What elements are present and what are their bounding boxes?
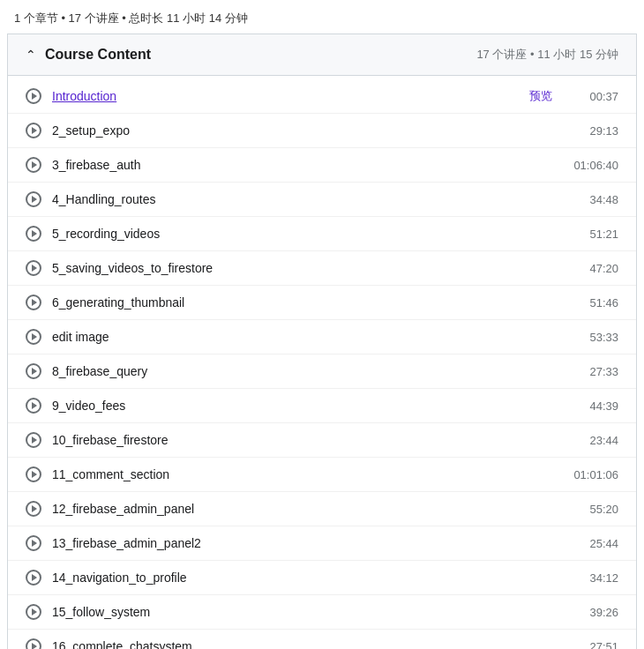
lesson-item: 11_comment_section01:01:06	[8, 458, 636, 492]
play-icon	[26, 535, 41, 551]
lesson-list: Introduction预览00:372_setup_expo29:133_fi…	[8, 76, 636, 649]
play-icon	[26, 604, 41, 620]
card-meta: 17 个讲座 • 11 小时 15 分钟	[476, 47, 618, 63]
lesson-name: 16_complete_chatsystem	[52, 639, 570, 649]
lesson-name: 14_navigation_to_profile	[52, 571, 570, 585]
lesson-duration: 53:33	[570, 331, 618, 344]
lesson-name: 10_firebase_firestore	[52, 433, 570, 447]
lesson-item: 9_video_fees44:39	[8, 389, 636, 423]
card-title: Course Content	[45, 47, 151, 63]
lesson-item: edit image53:33	[8, 320, 636, 354]
play-icon	[26, 501, 41, 517]
lesson-duration: 29:13	[570, 124, 618, 138]
lesson-name: 6_generating_thumbnail	[52, 295, 570, 310]
lesson-duration: 25:44	[570, 537, 618, 550]
lesson-name: 9_video_fees	[52, 399, 570, 413]
lesson-duration: 34:48	[570, 193, 618, 206]
lesson-name: edit image	[52, 330, 570, 344]
lesson-duration: 34:12	[570, 571, 618, 585]
lesson-name: 2_setup_expo	[52, 123, 570, 138]
lesson-item: 10_firebase_firestore23:44	[8, 423, 636, 458]
play-icon	[26, 432, 41, 448]
play-icon	[26, 191, 41, 207]
play-icon	[26, 363, 41, 379]
lesson-duration: 55:20	[570, 503, 618, 516]
lesson-item: 6_generating_thumbnail51:46	[8, 286, 636, 320]
course-content-card: ⌃ Course Content 17 个讲座 • 11 小时 15 分钟 In…	[7, 34, 637, 649]
lesson-item: 5_recording_videos51:21	[8, 217, 636, 251]
lesson-duration: 44:39	[570, 399, 618, 413]
lesson-item: 8_firebase_query27:33	[8, 354, 636, 389]
lesson-item: Introduction预览00:37	[8, 79, 636, 114]
lesson-item: 5_saving_videos_to_firestore47:20	[8, 251, 636, 286]
lesson-item: 13_firebase_admin_panel225:44	[8, 526, 636, 561]
play-icon	[26, 226, 41, 242]
lesson-item: 12_firebase_admin_panel55:20	[8, 492, 636, 526]
play-icon	[26, 157, 41, 173]
play-icon	[26, 570, 41, 586]
lesson-name: 12_firebase_admin_panel	[52, 502, 570, 516]
lesson-name: 8_firebase_query	[52, 364, 570, 378]
lesson-name: 11_comment_section	[52, 467, 570, 481]
play-icon	[26, 466, 41, 482]
lesson-duration: 47:20	[570, 262, 618, 275]
lesson-duration: 51:21	[570, 228, 618, 241]
lesson-name: 13_firebase_admin_panel2	[52, 536, 570, 550]
play-icon	[26, 88, 41, 104]
lesson-duration: 01:01:06	[570, 468, 618, 481]
lesson-duration: 27:33	[570, 365, 618, 378]
lesson-duration: 23:44	[570, 434, 618, 447]
lesson-duration: 51:46	[570, 296, 618, 310]
play-icon	[26, 295, 41, 310]
lesson-duration: 01:06:40	[570, 159, 618, 172]
lesson-duration: 39:26	[570, 606, 618, 619]
lesson-name: 3_firebase_auth	[52, 158, 570, 172]
preview-link[interactable]: 预览	[529, 88, 552, 104]
lesson-name: 5_recording_videos	[52, 227, 570, 241]
lesson-name: 5_saving_videos_to_firestore	[52, 261, 570, 275]
lesson-item: 15_follow_system39:26	[8, 595, 636, 630]
play-icon	[26, 329, 41, 345]
lesson-item: 16_complete_chatsystem27:51	[8, 630, 636, 649]
lesson-item: 14_navigation_to_profile34:12	[8, 561, 636, 595]
lesson-item: 4_Handling_routes34:48	[8, 183, 636, 217]
lesson-name: 15_follow_system	[52, 605, 570, 619]
lesson-duration: 27:51	[570, 640, 618, 650]
lesson-name[interactable]: Introduction	[52, 89, 529, 103]
page-summary: 1 个章节 • 17 个讲座 • 总时长 11 小时 14 分钟	[0, 0, 644, 34]
card-header[interactable]: ⌃ Course Content 17 个讲座 • 11 小时 15 分钟	[8, 34, 636, 76]
lesson-duration: 00:37	[570, 90, 618, 103]
lesson-item: 3_firebase_auth01:06:40	[8, 148, 636, 183]
lesson-name: 4_Handling_routes	[52, 192, 570, 206]
chevron-up-icon: ⌃	[26, 48, 36, 62]
play-icon	[26, 638, 41, 649]
play-icon	[26, 260, 41, 276]
play-icon	[26, 123, 41, 138]
play-icon	[26, 398, 41, 414]
lesson-item: 2_setup_expo29:13	[8, 114, 636, 148]
